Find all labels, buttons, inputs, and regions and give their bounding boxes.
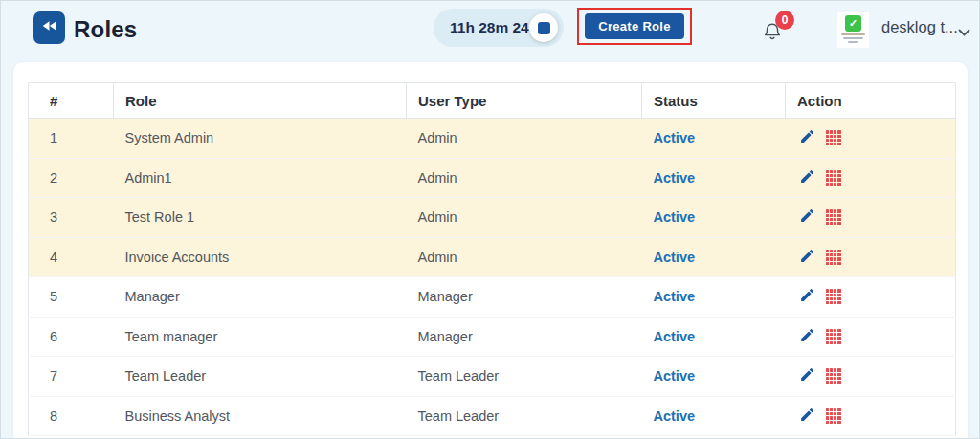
- table-row: 5ManagerManagerActive: [29, 277, 956, 318]
- status-link[interactable]: Active: [654, 130, 696, 145]
- edit-pencil-icon[interactable]: [799, 406, 815, 426]
- grid-icon[interactable]: [826, 408, 841, 424]
- annotation-highlight-box: Create Role: [577, 8, 692, 45]
- col-header-action: Action: [786, 83, 956, 119]
- status-link[interactable]: Active: [654, 170, 696, 186]
- row-number: 1: [29, 119, 114, 159]
- user-type: Admin: [407, 158, 642, 198]
- user-type: Admin: [407, 237, 642, 277]
- row-number: 2: [29, 158, 114, 198]
- status-link[interactable]: Active: [654, 250, 696, 265]
- create-role-button[interactable]: Create Role: [585, 13, 684, 39]
- col-header-num: #: [29, 83, 114, 119]
- grid-icon[interactable]: [826, 209, 841, 225]
- role-name: Test Role 1: [114, 198, 407, 238]
- role-name: Admin1: [114, 158, 407, 198]
- edit-pencil-icon[interactable]: [799, 327, 815, 346]
- status-link[interactable]: Active: [654, 329, 696, 344]
- timer-pill: 11h 28m 24s: [434, 9, 564, 47]
- grid-icon[interactable]: [826, 289, 841, 304]
- table-row: 4Invoice AccountsAdminActive: [29, 237, 956, 277]
- user-type: Team Leader: [407, 396, 642, 436]
- role-name: Team manager: [114, 317, 407, 357]
- chevron-down-icon[interactable]: [958, 24, 970, 41]
- table-row: 1System AdminAdminActive: [29, 119, 956, 159]
- user-type: Admin: [407, 198, 642, 238]
- table-header: # Role User Type Status Action: [29, 83, 956, 119]
- role-name: Manager: [114, 277, 407, 318]
- table-row: 2Admin1AdminActive: [29, 158, 956, 198]
- user-menu-label[interactable]: desklog t...: [881, 18, 958, 36]
- page-title: Roles: [74, 16, 137, 43]
- notifications-button[interactable]: 0: [762, 14, 796, 47]
- notification-badge: 0: [775, 11, 794, 30]
- stop-icon: [538, 22, 550, 34]
- role-name: System Admin: [114, 119, 407, 159]
- edit-pencil-icon[interactable]: [799, 366, 815, 385]
- stop-timer-button[interactable]: [529, 13, 558, 42]
- col-header-status: Status: [642, 83, 786, 119]
- col-header-role: Role: [114, 83, 407, 119]
- role-name: Invoice Accounts: [114, 237, 407, 277]
- user-type: Admin: [407, 119, 642, 159]
- edit-pencil-icon[interactable]: [799, 168, 815, 187]
- grid-icon[interactable]: [826, 368, 841, 384]
- user-type: Team Leader: [407, 357, 642, 397]
- grid-icon[interactable]: [826, 130, 841, 145]
- row-number: 5: [29, 277, 114, 318]
- row-number: 7: [29, 357, 114, 397]
- grid-icon[interactable]: [826, 250, 841, 265]
- user-type: Manager: [407, 317, 642, 357]
- roles-page: Roles 11h 28m 24s Create Role 0 ✓ desklo…: [0, 0, 980, 439]
- status-link[interactable]: Active: [654, 209, 696, 225]
- role-name: Business Analyst: [114, 396, 407, 436]
- avatar[interactable]: ✓: [837, 12, 869, 48]
- edit-pencil-icon[interactable]: [799, 208, 815, 227]
- col-header-user-type: User Type: [407, 83, 642, 119]
- status-link[interactable]: Active: [654, 368, 696, 384]
- table-row: 3Test Role 1AdminActive: [29, 198, 956, 238]
- status-link[interactable]: Active: [654, 289, 696, 304]
- green-check-avatar: ✓: [845, 15, 861, 32]
- row-number: 6: [29, 317, 114, 357]
- table-row: 6Team managerManagerActive: [29, 317, 956, 357]
- user-type: Manager: [407, 277, 642, 318]
- back-button[interactable]: [33, 11, 65, 44]
- row-number: 4: [29, 237, 114, 277]
- rewind-icon: [40, 16, 59, 39]
- status-link[interactable]: Active: [654, 408, 696, 424]
- edit-pencil-icon[interactable]: [799, 248, 815, 267]
- edit-pencil-icon[interactable]: [799, 287, 815, 306]
- table-row: 7Team LeaderTeam LeaderActive: [29, 357, 956, 397]
- grid-icon[interactable]: [826, 329, 841, 344]
- role-name: Team Leader: [114, 357, 407, 397]
- table-row: 8Business AnalystTeam LeaderActive: [29, 396, 956, 436]
- timer-value: 11h 28m 24s: [450, 19, 537, 36]
- grid-icon[interactable]: [826, 170, 841, 186]
- row-number: 8: [29, 396, 114, 436]
- roles-table: # Role User Type Status Action 1System A…: [28, 82, 956, 436]
- row-number: 3: [29, 198, 114, 238]
- edit-pencil-icon[interactable]: [799, 128, 815, 147]
